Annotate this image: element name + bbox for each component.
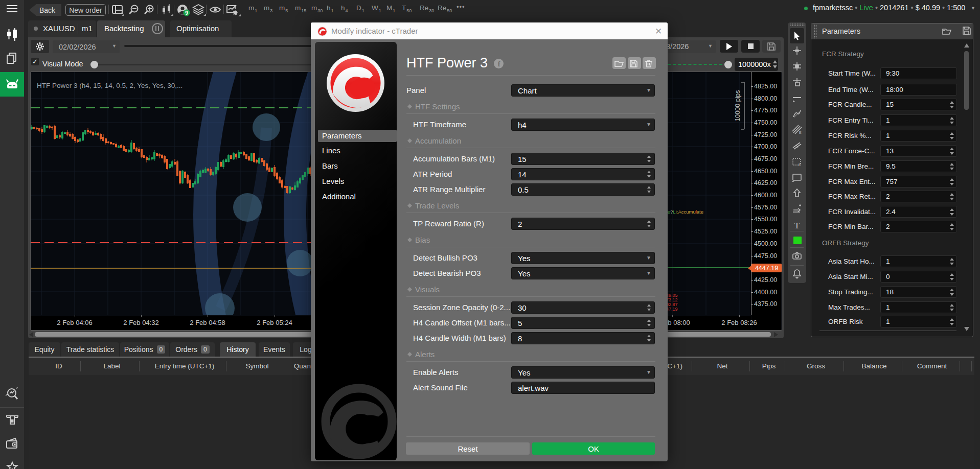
- svg-text:10000 pips: 10000 pips: [734, 90, 741, 121]
- svg-text:f: f: [498, 60, 500, 68]
- svg-text:E: E: [799, 131, 802, 134]
- svg-text:T: T: [794, 221, 800, 230]
- svg-text:F: F: [799, 163, 801, 167]
